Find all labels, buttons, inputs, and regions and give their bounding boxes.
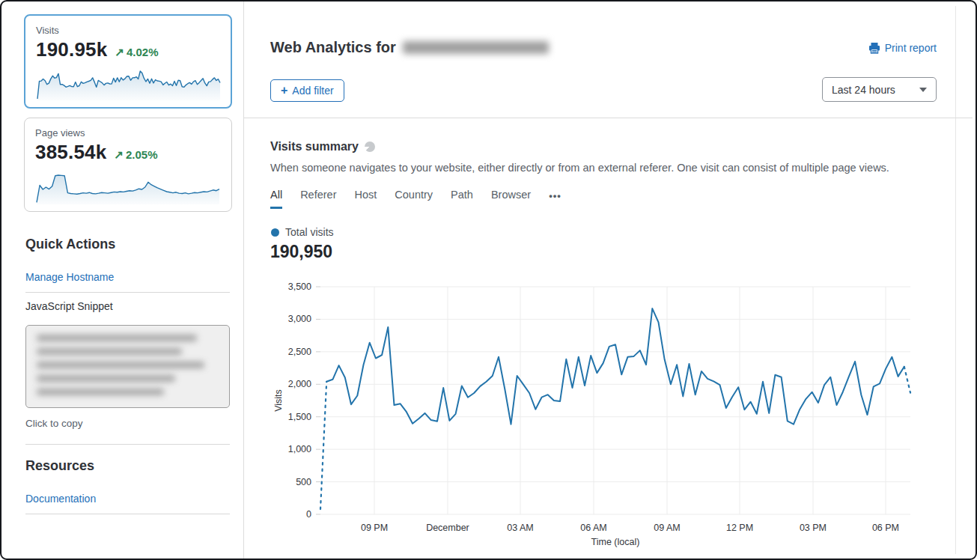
legend-label: Total visits xyxy=(285,226,334,238)
plus-icon: + xyxy=(281,84,287,97)
add-filter-button[interactable]: + Add filter xyxy=(270,79,344,102)
chart-line xyxy=(326,308,904,424)
total-visits-value: 190,950 xyxy=(270,242,332,262)
blurred-domain xyxy=(403,41,549,54)
summary-tabs: AllRefererHostCountryPathBrowser••• xyxy=(270,189,561,209)
x-tick-label: 06 PM xyxy=(872,523,899,533)
y-tick-label: 0 xyxy=(306,509,311,520)
time-range-dropdown[interactable]: Last 24 hours xyxy=(822,77,937,102)
visits-sparkline xyxy=(36,65,222,101)
tabs-overflow-icon[interactable]: ••• xyxy=(549,189,561,209)
pageviews-card-delta: ↗2.05% xyxy=(114,148,157,162)
sidebar: Visits 190.95k ↗4.02% Page views 385.54k… xyxy=(1,1,243,559)
y-tick-label: 500 xyxy=(296,477,311,487)
blurred-code-line xyxy=(37,375,175,382)
y-tick-label: 1,500 xyxy=(288,412,311,422)
manage-hostname-link[interactable]: Manage Hostname xyxy=(25,271,114,283)
right-gutter-divider xyxy=(955,6,956,554)
x-tick-label: 06 AM xyxy=(580,523,606,533)
print-report-button[interactable]: Print report xyxy=(868,42,937,54)
y-tick-label: 2,500 xyxy=(288,347,311,357)
tab-country[interactable]: Country xyxy=(395,189,433,209)
chart-dashed-segment xyxy=(904,367,910,393)
x-tick-label: 09 PM xyxy=(361,523,388,533)
chevron-down-icon xyxy=(919,88,927,92)
tab-path[interactable]: Path xyxy=(451,189,473,209)
divider xyxy=(25,444,230,445)
blurred-code-line xyxy=(37,389,164,395)
x-tick-label: December xyxy=(426,523,469,533)
js-snippet-code-box[interactable] xyxy=(25,325,230,408)
trend-up-icon: ↗ xyxy=(115,46,124,58)
y-tick-label: 2,000 xyxy=(288,379,311,389)
x-tick-label: 12 PM xyxy=(726,523,753,533)
tab-all[interactable]: All xyxy=(270,189,282,209)
x-tick-label: 09 AM xyxy=(654,523,680,533)
quick-actions-title: Quick Actions xyxy=(25,237,115,252)
x-tick-label: 03 PM xyxy=(800,523,827,533)
blurred-code-line xyxy=(37,335,197,341)
trend-up-icon: ↗ xyxy=(114,148,124,161)
divider xyxy=(25,292,230,293)
blurred-code-line xyxy=(37,348,182,355)
pageviews-card-value: 385.54k xyxy=(35,141,106,164)
legend-dot-icon xyxy=(271,228,279,237)
js-snippet-label: JavaScript Snippet xyxy=(25,300,113,312)
documentation-link[interactable]: Documentation xyxy=(25,493,96,505)
y-axis-title: Visits xyxy=(273,389,284,412)
pageviews-card-label: Page views xyxy=(35,127,221,139)
visits-card-delta: ↗4.02% xyxy=(115,46,158,59)
tab-browser[interactable]: Browser xyxy=(491,189,531,209)
printer-icon xyxy=(868,42,880,54)
divider xyxy=(244,118,973,118)
tab-referer[interactable]: Referer xyxy=(300,189,336,209)
y-tick-label: 3,000 xyxy=(288,314,311,324)
x-axis-title: Time (local) xyxy=(591,537,640,547)
y-tick-label: 1,000 xyxy=(288,444,311,454)
blurred-code-line xyxy=(37,362,204,368)
visits-card-value: 190.95k xyxy=(36,38,107,61)
page-title: Web Analytics for xyxy=(270,39,396,56)
app-window: Visits 190.95k ↗4.02% Page views 385.54k… xyxy=(0,0,977,560)
add-filter-label: Add filter xyxy=(292,85,333,97)
divider xyxy=(25,514,230,514)
tab-host[interactable]: Host xyxy=(354,189,377,209)
pageviews-metric-card[interactable]: Page views 385.54k ↗2.05% xyxy=(24,118,232,212)
click-to-copy-hint: Click to copy xyxy=(25,418,83,429)
print-report-label: Print report xyxy=(885,42,937,54)
resources-title: Resources xyxy=(25,458,94,474)
chart-dashed-segment xyxy=(320,382,326,509)
pie-help-icon[interactable] xyxy=(365,141,375,152)
y-tick-label: 3,500 xyxy=(288,281,311,292)
visits-line-chart: 05001,0001,5002,0002,5003,0003,50009 PMD… xyxy=(270,279,916,548)
pageviews-sparkline xyxy=(35,169,221,205)
visits-summary-title: Visits summary xyxy=(270,140,359,153)
x-tick-label: 03 AM xyxy=(507,523,533,533)
main-panel: Web Analytics for Print report + Add fil… xyxy=(243,1,977,559)
visits-card-label: Visits xyxy=(36,25,220,36)
visits-summary-description: When someone navigates to your website, … xyxy=(270,162,929,174)
visits-metric-card[interactable]: Visits 190.95k ↗4.02% xyxy=(24,14,232,109)
time-range-value: Last 24 hours xyxy=(832,84,895,96)
